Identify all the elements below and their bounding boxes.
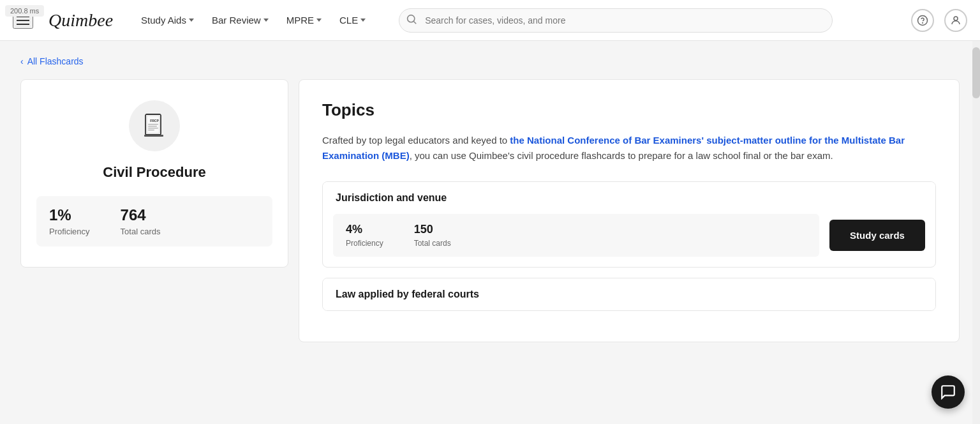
- svg-rect-9: [148, 126, 157, 126]
- page-content: ‹ All Flashcards FRCP Civil Proc: [0, 41, 980, 358]
- search-input[interactable]: [399, 8, 833, 33]
- subject-title: Civil Procedure: [103, 164, 205, 181]
- topic-jurisdiction-total-cards: 150 Total cards: [414, 223, 451, 248]
- topic-jurisdiction-stats: 4% Proficiency 150 Total cards: [333, 214, 819, 257]
- bar-review-chevron-icon: [264, 19, 269, 22]
- svg-rect-13: [144, 135, 163, 137]
- total-cards-stat: 764 Total cards: [121, 206, 161, 236]
- nav-cle[interactable]: CLE: [332, 10, 373, 31]
- mpre-chevron-icon: [316, 19, 322, 22]
- user-account-button[interactable]: [944, 9, 967, 32]
- study-cards-button-jurisdiction[interactable]: Study cards: [829, 220, 925, 251]
- frcp-book-icon: FRCP: [140, 112, 168, 140]
- search-bar: [399, 8, 833, 33]
- proficiency-stat: 1% Proficiency: [49, 206, 90, 236]
- breadcrumb-chevron-icon: ‹: [20, 56, 24, 66]
- topic-jurisdiction-proficiency: 4% Proficiency: [346, 223, 383, 248]
- main-nav: Study Aids Bar Review MPRE CLE: [133, 10, 373, 31]
- header-actions: [911, 9, 967, 32]
- topic-jurisdiction-total-cards-label: Total cards: [414, 239, 451, 248]
- scrollbar[interactable]: [972, 41, 980, 424]
- svg-point-0: [408, 15, 415, 22]
- topic-jurisdiction-venue-header: Jurisdiction and venue: [323, 182, 935, 214]
- subject-card: FRCP Civil Procedure 1% Proficiency 764: [20, 79, 288, 268]
- header: 200.8 ms Quimbee Study Aids Bar Review M…: [0, 0, 980, 41]
- total-cards-label: Total cards: [121, 227, 161, 236]
- topics-panel: Topics Crafted by top legal educators an…: [299, 79, 960, 342]
- topic-jurisdiction-total-cards-value: 150: [414, 223, 451, 236]
- scrollbar-thumb[interactable]: [972, 47, 980, 98]
- proficiency-value: 1%: [49, 206, 90, 224]
- topic-jurisdiction-proficiency-label: Proficiency: [346, 239, 383, 248]
- help-button[interactable]: [911, 9, 934, 32]
- proficiency-label: Proficiency: [49, 227, 90, 236]
- svg-rect-11: [148, 130, 154, 130]
- nav-bar-review[interactable]: Bar Review: [204, 10, 276, 31]
- chat-bubble-button[interactable]: [932, 375, 965, 409]
- study-aids-chevron-icon: [189, 19, 194, 22]
- topic-jurisdiction-venue-row: 4% Proficiency 150 Total cards Study car…: [323, 214, 935, 267]
- subject-icon-wrap: FRCP: [129, 100, 180, 151]
- logo[interactable]: Quimbee: [48, 10, 113, 31]
- svg-point-4: [954, 17, 958, 20]
- svg-rect-10: [148, 128, 158, 128]
- svg-point-3: [923, 22, 923, 23]
- performance-badge: 200.8 ms: [5, 5, 44, 17]
- nav-mpre[interactable]: MPRE: [279, 10, 329, 31]
- topics-title: Topics: [322, 100, 936, 120]
- total-cards-value: 764: [121, 206, 161, 224]
- breadcrumb[interactable]: ‹ All Flashcards: [20, 56, 960, 66]
- topic-jurisdiction-proficiency-value: 4%: [346, 223, 383, 236]
- svg-rect-8: [148, 124, 158, 125]
- topic-law-applied-federal: Law applied by federal courts: [322, 278, 936, 311]
- search-icon: [406, 14, 417, 27]
- stats-box: 1% Proficiency 764 Total cards: [36, 196, 272, 246]
- topic-jurisdiction-venue: Jurisdiction and venue 4% Proficiency 15…: [322, 181, 936, 268]
- topic-law-applied-federal-header: Law applied by federal courts: [323, 278, 935, 310]
- topics-description: Crafted by top legal educators and keyed…: [322, 133, 936, 163]
- nav-study-aids[interactable]: Study Aids: [133, 10, 202, 31]
- svg-text:FRCP: FRCP: [150, 119, 159, 123]
- cle-chevron-icon: [360, 19, 366, 22]
- two-col-layout: FRCP Civil Procedure 1% Proficiency 764: [20, 79, 960, 342]
- svg-line-1: [413, 21, 416, 24]
